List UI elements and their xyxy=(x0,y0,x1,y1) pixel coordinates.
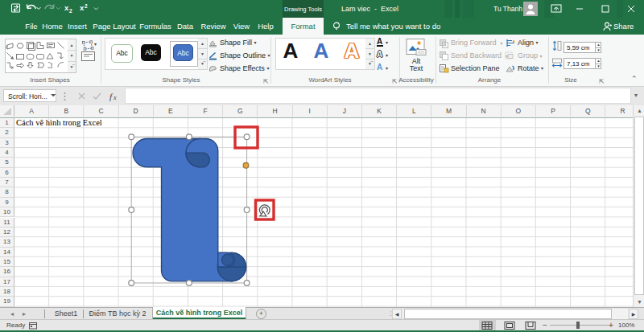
svg-text:2: 2 xyxy=(85,3,88,9)
svg-text:x: x xyxy=(113,94,117,101)
svg-text:2: 2 xyxy=(69,8,72,14)
